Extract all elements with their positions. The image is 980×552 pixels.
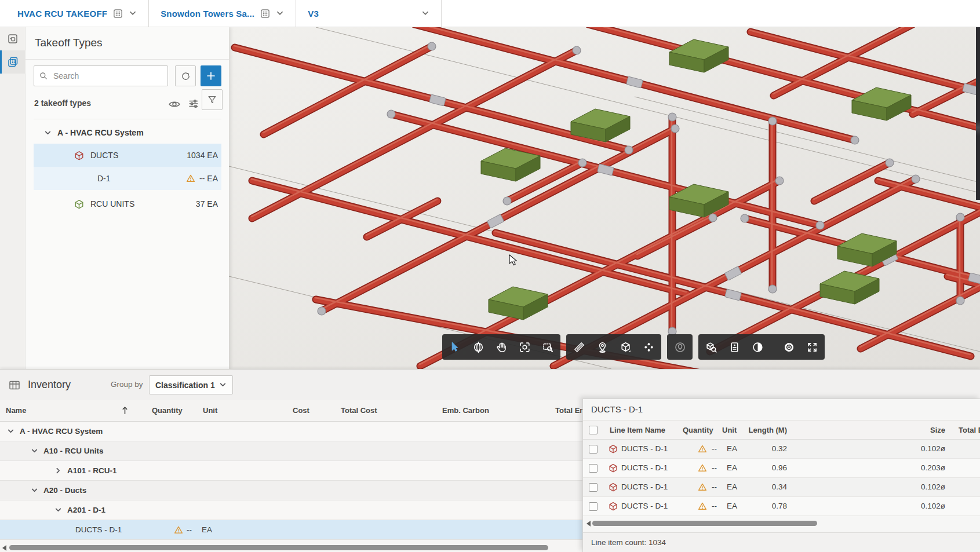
line-item-row[interactable]: DUCTS - D-1 -- EA 0.32 0.102ø [583, 440, 980, 459]
model-viewport[interactable] [229, 27, 980, 369]
select-tool-button[interactable] [443, 334, 467, 360]
fit-view-button[interactable] [513, 334, 536, 360]
topbar-divider [441, 0, 442, 27]
properties-card-button[interactable] [723, 334, 746, 360]
measure-tool-button[interactable] [567, 334, 591, 360]
takeoff-group-row[interactable]: A - HVAC RCU System [25, 123, 229, 142]
ducts-cube-icon [74, 151, 84, 160]
column-header-emb-carbon[interactable]: Emb. Carbon [442, 406, 489, 415]
viewer-settings-button[interactable] [777, 334, 800, 360]
mouse-cursor [509, 254, 520, 267]
column-header-length[interactable]: Length (M) [735, 426, 787, 434]
pan-tool-button[interactable] [490, 334, 513, 360]
chevron-down-icon[interactable] [7, 427, 14, 435]
markup-tool-group [566, 334, 661, 360]
search-input[interactable] [52, 71, 163, 81]
minimap-pin-button[interactable] [668, 334, 691, 360]
scroll-left-arrow[interactable] [2, 545, 6, 551]
visibility-eye-icon[interactable] [168, 98, 181, 111]
chevron-down-icon [276, 9, 284, 17]
row-label: A20 - Ducts [43, 486, 86, 495]
viewport-toolbar [442, 334, 825, 360]
left-rail [0, 27, 25, 369]
chevron-down-icon[interactable] [31, 447, 38, 455]
row-checkbox[interactable] [589, 445, 598, 454]
row-checkbox[interactable] [589, 464, 598, 473]
filter-funnel-icon [207, 94, 217, 105]
takeoff-type-d1[interactable]: D-1 -- EA [34, 167, 221, 190]
project-selector[interactable]: Snowdon Towers Sa... [149, 0, 296, 27]
divider [34, 119, 221, 119]
inventory-horizontal-scrollbar[interactable] [9, 545, 548, 550]
select-all-checkbox[interactable] [589, 426, 598, 434]
column-header-name[interactable]: Name [6, 406, 26, 415]
line-item-count: Line item count: 1034 [591, 538, 666, 547]
viewport-3d-scene[interactable] [229, 27, 980, 369]
warning-icon [698, 502, 707, 511]
row-checkbox[interactable] [589, 483, 598, 492]
models-tab[interactable] [0, 50, 25, 74]
drop-marker-button[interactable] [591, 334, 614, 360]
zoom-window-button[interactable] [536, 334, 559, 360]
column-header-total-en[interactable]: Total En [555, 406, 584, 415]
line-item-size: 0.102ø [893, 502, 945, 510]
fullscreen-button[interactable] [800, 334, 824, 360]
chevron-down-icon[interactable] [44, 129, 52, 137]
inventory-titlebar: Inventory Group by Classification 1 [0, 370, 980, 400]
rcu-units-cube-icon [74, 199, 84, 209]
takeoff-selector[interactable]: HVAC RCU TAKEOFF [0, 0, 148, 27]
version-selector-label: V3 [308, 9, 319, 19]
column-header-total-cost[interactable]: Total Cost [341, 406, 377, 415]
column-header-quantity[interactable]: Quantity [152, 406, 183, 415]
window-edge-strip [976, 27, 980, 200]
render-style-button[interactable] [746, 334, 769, 360]
chevron-down-icon[interactable] [54, 506, 62, 514]
column-header-size[interactable]: Size [893, 426, 945, 434]
group-by-label: Group by [111, 380, 143, 389]
contrast-sphere-icon [752, 341, 764, 353]
takeoff-type-ducts[interactable]: DUCTS 1034 EA [34, 144, 221, 167]
column-header-cost[interactable]: Cost [293, 406, 309, 415]
sheet-grid-icon [113, 9, 123, 19]
chevron-down-icon[interactable] [31, 487, 38, 494]
row-quantity: -- [187, 525, 192, 534]
column-header-total-e[interactable]: Total E [959, 426, 980, 434]
line-item-rows: DUCTS - D-1 -- EA 0.32 0.102ø DUCTS - D-… [583, 440, 980, 516]
settings-sliders-icon[interactable] [188, 98, 199, 109]
scroll-left-arrow[interactable] [586, 521, 591, 527]
column-header-line-item-name[interactable]: Line Item Name [610, 426, 665, 434]
row-label: A10 - RCU Units [43, 447, 104, 455]
row-label: A201 - D-1 [67, 506, 105, 514]
version-selector[interactable]: V3 [296, 0, 441, 27]
line-item-row[interactable]: DUCTS - D-1 -- EA 0.34 0.102ø [583, 478, 980, 497]
sort-ascending-icon[interactable] [121, 405, 129, 415]
search-model-button[interactable] [700, 334, 723, 360]
column-header-quantity[interactable]: Quantity [683, 426, 713, 434]
line-items-horizontal-scrollbar[interactable] [592, 521, 817, 526]
model-display-button[interactable] [614, 334, 637, 360]
group-by-value: Classification 1 [155, 381, 215, 390]
inventory-title: Inventory [28, 379, 71, 391]
line-item-row[interactable]: DUCTS - D-1 -- EA 0.96 0.203ø [583, 459, 980, 478]
sheets-tab[interactable] [0, 27, 25, 50]
divider [25, 59, 229, 60]
duct-cube-icon [609, 444, 618, 454]
navigation-tool-group [442, 334, 560, 360]
assign-takeoff-button[interactable] [175, 65, 196, 86]
row-checkbox[interactable] [589, 502, 598, 511]
properties-card-icon [728, 341, 741, 353]
chevron-right-icon[interactable] [54, 467, 62, 474]
group-by-select[interactable]: Classification 1 [149, 375, 233, 394]
takeoff-count: 2 takeoff types [34, 98, 91, 108]
orbit-tool-button[interactable] [467, 334, 490, 360]
takeoff-type-rcu-units[interactable]: RCU UNITS 37 EA [34, 192, 221, 215]
filter-button[interactable] [202, 89, 223, 110]
select-cursor-icon [449, 341, 461, 353]
location-pin-icon [596, 341, 609, 353]
column-header-unit[interactable]: Unit [203, 406, 217, 415]
chevron-down-icon [129, 9, 137, 17]
add-takeoff-type-button[interactable] [201, 65, 221, 86]
row-unit: EA [202, 525, 212, 534]
cluster-points-button[interactable] [637, 334, 660, 360]
line-item-row[interactable]: DUCTS - D-1 -- EA 0.78 0.102ø [583, 497, 980, 516]
